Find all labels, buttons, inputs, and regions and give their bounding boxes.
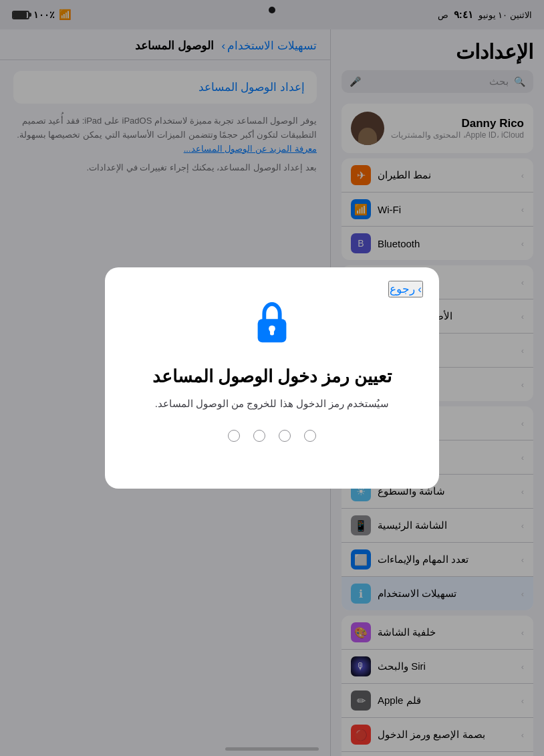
lock-icon bbox=[252, 301, 292, 348]
passcode-dot-4 bbox=[304, 430, 316, 442]
modal-back-button[interactable]: › رجوع bbox=[388, 281, 423, 297]
modal-back-label: رجوع bbox=[390, 282, 415, 296]
modal-back-chevron: › bbox=[418, 283, 422, 296]
passcode-modal: › رجوع تعيين رمز دخول الوصول المساعد سيُ… bbox=[105, 267, 439, 489]
passcode-dot-1 bbox=[228, 430, 240, 442]
passcode-dot-2 bbox=[253, 430, 265, 442]
svg-rect-2 bbox=[270, 330, 274, 336]
passcode-dot-3 bbox=[279, 430, 291, 442]
modal-overlay: › رجوع تعيين رمز دخول الوصول المساعد سيُ… bbox=[0, 0, 544, 756]
passcode-dots bbox=[228, 430, 316, 442]
modal-description: سيُستخدم رمز الدخول هذا للخروج من الوصول… bbox=[155, 398, 389, 410]
home-indicator bbox=[225, 747, 319, 751]
lock-icon-container bbox=[252, 301, 292, 350]
modal-title: تعيين رمز دخول الوصول المساعد bbox=[152, 366, 392, 387]
